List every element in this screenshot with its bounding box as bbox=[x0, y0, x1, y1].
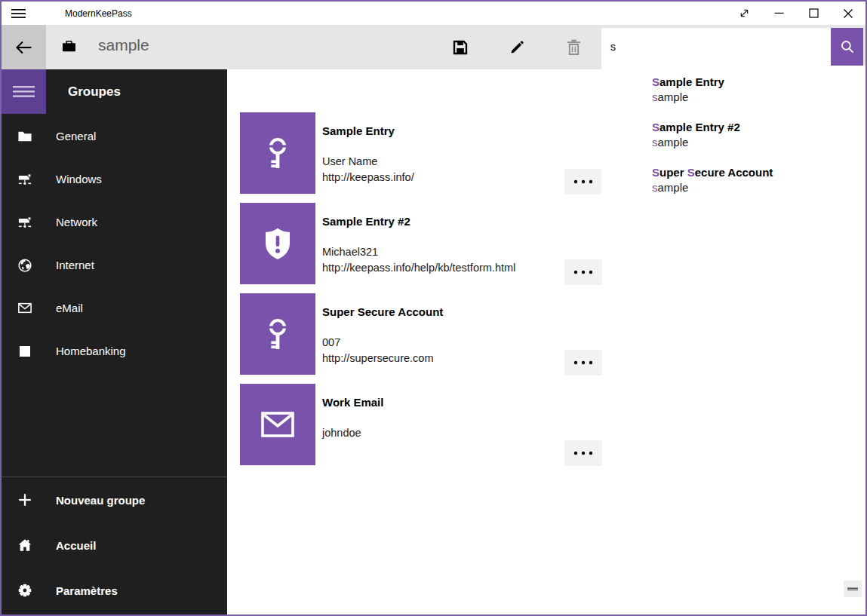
entry-tile bbox=[240, 203, 315, 284]
sidebar-item-label: Windows bbox=[56, 173, 102, 185]
sidebar-item-homebanking[interactable]: Homebanking bbox=[2, 329, 227, 372]
entry-details: Michael321 http://keepass.info/help/kb/t… bbox=[322, 244, 558, 275]
save-button[interactable] bbox=[442, 25, 478, 69]
close-icon bbox=[843, 8, 853, 19]
sidebar-item-network[interactable]: Network bbox=[2, 201, 227, 244]
database-briefcase-icon bbox=[62, 41, 76, 55]
entry-text: Sample Entry #2 Michael321 http://keepas… bbox=[322, 203, 558, 275]
banking-icon bbox=[18, 346, 32, 357]
search-box bbox=[601, 28, 863, 66]
suggestion-subtitle: sample bbox=[652, 90, 865, 105]
fullscreen-button[interactable] bbox=[727, 2, 761, 25]
globe-icon bbox=[18, 258, 32, 273]
maximize-button[interactable] bbox=[796, 2, 831, 25]
entry-super-secure-account[interactable]: Super Secure Account 007 http://supersec… bbox=[240, 293, 603, 384]
entry-more-button[interactable] bbox=[564, 350, 602, 375]
save-icon bbox=[453, 40, 468, 55]
shield-alert-icon bbox=[260, 225, 296, 262]
entry-url: http://supersecure.com bbox=[322, 351, 558, 366]
sidebar-item-label: Internet bbox=[56, 259, 94, 271]
entry-text: Sample Entry User Name http://keepass.in… bbox=[322, 112, 558, 185]
window-controls bbox=[727, 2, 865, 25]
entry-more-button[interactable] bbox=[564, 259, 602, 285]
plus-icon bbox=[18, 492, 32, 508]
fullscreen-icon bbox=[739, 8, 750, 19]
entry-details: johndoe bbox=[322, 425, 558, 441]
entry-text: Super Secure Account 007 http://supersec… bbox=[322, 293, 558, 366]
entry-title: Super Secure Account bbox=[322, 305, 558, 320]
groups-sidebar: Groupes General bbox=[2, 69, 227, 614]
sidebar-item-internet[interactable]: Internet bbox=[2, 244, 227, 287]
entry-username: 007 bbox=[322, 335, 558, 351]
entry-sample-entry[interactable]: Sample Entry User Name http://keepass.in… bbox=[240, 112, 603, 203]
entry-text: Work Email johndoe bbox=[322, 384, 558, 441]
settings-button[interactable]: Paramètres bbox=[2, 568, 227, 613]
minimize-button[interactable] bbox=[761, 2, 796, 25]
titlebar: ModernKeePass bbox=[2, 2, 865, 25]
entry-tile bbox=[240, 293, 315, 375]
app-window: ModernKeePass bbox=[0, 0, 867, 616]
entry-more-button[interactable] bbox=[564, 169, 602, 195]
titlebar-hamburger-button[interactable] bbox=[2, 2, 36, 25]
group-list: General Windows bbox=[2, 115, 227, 372]
suggestion-item[interactable]: Super Secure Account sample bbox=[601, 161, 865, 206]
mail-icon bbox=[260, 409, 296, 440]
suggestion-subtitle: sample bbox=[652, 180, 865, 195]
new-group-button[interactable]: Nouveau groupe bbox=[2, 477, 227, 523]
suggestion-title: Sample Entry bbox=[652, 75, 865, 90]
sidebar-item-label: eMail bbox=[56, 302, 83, 314]
suggestion-title: Sample Entry #2 bbox=[652, 120, 865, 135]
entry-details: User Name http://keepass.info/ bbox=[322, 154, 558, 185]
entry-username: johndoe bbox=[322, 425, 558, 441]
edit-pencil-icon bbox=[509, 40, 524, 55]
entry-more-button[interactable] bbox=[564, 440, 602, 466]
sidebar-item-label: Paramètres bbox=[56, 584, 118, 597]
search-input[interactable] bbox=[601, 28, 831, 66]
zoom-out-button[interactable] bbox=[844, 581, 862, 597]
key-icon bbox=[260, 316, 296, 352]
back-button[interactable] bbox=[2, 25, 46, 69]
pane-hamburger-button[interactable] bbox=[2, 69, 46, 114]
close-button[interactable] bbox=[831, 2, 865, 25]
more-ellipsis-icon bbox=[573, 451, 593, 455]
edit-button[interactable] bbox=[499, 25, 535, 69]
suggestion-subtitle: sample bbox=[652, 135, 865, 150]
entry-title: Sample Entry #2 bbox=[322, 214, 558, 229]
sidebar-bottom: Nouveau groupe Accueil bbox=[2, 477, 227, 613]
gear-icon bbox=[18, 583, 32, 598]
sidebar-item-general[interactable]: General bbox=[2, 115, 227, 158]
home-icon bbox=[18, 538, 32, 553]
more-ellipsis-icon bbox=[573, 360, 593, 365]
folder-icon bbox=[18, 130, 32, 142]
entry-url: http://keepass.info/ bbox=[322, 170, 558, 185]
entry-tile bbox=[240, 112, 315, 194]
sidebar-item-windows[interactable]: Windows bbox=[2, 158, 227, 201]
search-button[interactable] bbox=[831, 28, 863, 66]
sidebar-item-label: Homebanking bbox=[56, 345, 126, 357]
suggestion-title: Super Secure Account bbox=[652, 165, 865, 180]
sidebar-item-label: Network bbox=[56, 216, 97, 228]
pane-header: Groupes bbox=[2, 69, 227, 114]
more-ellipsis-icon bbox=[573, 179, 593, 184]
entry-title: Sample Entry bbox=[322, 124, 558, 139]
entry-tile bbox=[240, 384, 315, 465]
key-icon bbox=[260, 135, 296, 171]
sidebar-item-label: Accueil bbox=[56, 539, 96, 552]
suggestion-item[interactable]: Sample Entry sample bbox=[601, 70, 865, 115]
entry-sample-entry-2[interactable]: Sample Entry #2 Michael321 http://keepas… bbox=[240, 203, 603, 293]
entry-username: Michael321 bbox=[322, 244, 558, 260]
sidebar-item-label: General bbox=[56, 130, 96, 143]
delete-button[interactable] bbox=[555, 25, 592, 69]
suggestion-item[interactable]: Sample Entry #2 sample bbox=[601, 115, 865, 161]
network-icon bbox=[18, 173, 32, 185]
entry-work-email[interactable]: Work Email johndoe bbox=[240, 384, 603, 474]
home-button[interactable]: Accueil bbox=[2, 523, 227, 568]
back-arrow-icon bbox=[14, 38, 34, 57]
search-suggestions: Sample Entry sample Sample Entry #2 samp… bbox=[601, 66, 865, 205]
database-title: sample bbox=[98, 36, 149, 54]
delete-trash-icon bbox=[567, 39, 581, 55]
sidebar-item-email[interactable]: eMail bbox=[2, 287, 227, 329]
app-title: ModernKeePass bbox=[65, 8, 132, 19]
mail-icon bbox=[18, 302, 32, 314]
minimize-icon bbox=[774, 8, 784, 18]
